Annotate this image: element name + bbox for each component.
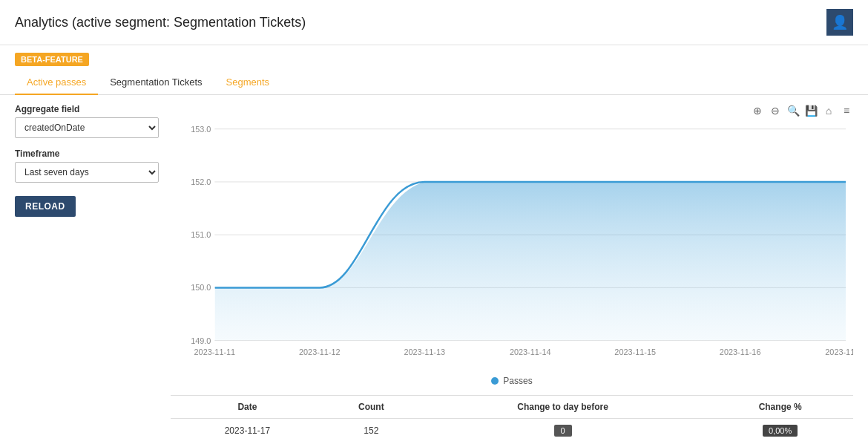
svg-text:2023-11-11: 2023-11-11 [194,348,236,356]
col-count: Count [324,396,418,419]
tab-segments[interactable]: Segments [214,71,282,95]
data-table: Date Count Change to day before Change %… [171,395,853,443]
cell-date: 2023-11-17 [171,419,324,443]
col-change: Change to day before [418,396,707,419]
legend-dot-passes [491,377,499,385]
avatar-button[interactable]: 👤 [826,9,853,36]
svg-text:2023-11-13: 2023-11-13 [404,348,445,356]
svg-text:2023-11-12: 2023-11-12 [299,348,341,356]
chart-toolbar: ⊕ ⊖ 🔍 💾 ⌂ ≡ [171,104,853,117]
zoom-out-icon[interactable]: ⊖ [769,104,782,117]
page-title: Analytics (active segment: Segmentation … [15,15,306,30]
tab-bar: Active passes Segmentation Tickets Segme… [0,71,868,95]
home-icon[interactable]: ⌂ [822,104,835,117]
svg-text:2023-11-17: 2023-11-17 [825,348,853,356]
tab-segmentation-tickets[interactable]: Segmentation Tickets [98,71,214,95]
svg-text:152.0: 152.0 [191,177,211,186]
search-icon[interactable]: 🔍 [786,104,800,117]
chart-container: 153.0 152.0 151.0 150.0 149.0 2023-11-11… [171,120,853,373]
svg-text:150.0: 150.0 [191,283,211,292]
cell-count: 152 [324,419,418,443]
col-change-pct: Change % [707,396,853,419]
svg-text:153.0: 153.0 [191,125,211,134]
sidebar: Aggregate field createdOnDate updatedOnD… [15,104,171,443]
reload-button[interactable]: RELOAD [15,196,76,217]
svg-text:151.0: 151.0 [191,230,211,239]
change-badge: 0 [554,425,572,437]
timeframe-label: Timeframe [15,149,159,159]
svg-text:2023-11-16: 2023-11-16 [720,348,761,356]
beta-badge: BETA-FEATURE [15,53,89,66]
table-row: 2023-11-17 152 0 0,00% [171,419,853,443]
timeframe-select[interactable]: Last seven days Last 30 days Last 90 day… [15,162,159,183]
change-pct-badge: 0,00% [763,425,798,437]
main-content: Aggregate field createdOnDate updatedOnD… [0,95,868,443]
tab-active-passes[interactable]: Active passes [15,71,98,95]
svg-text:149.0: 149.0 [191,336,211,345]
chart-legend: Passes [171,376,853,386]
download-icon[interactable]: 💾 [804,104,818,117]
menu-icon[interactable]: ≡ [840,104,853,117]
chart-svg: 153.0 152.0 151.0 150.0 149.0 2023-11-11… [171,120,853,373]
zoom-in-icon[interactable]: ⊕ [751,104,764,117]
legend-label-passes: Passes [503,376,532,386]
svg-text:2023-11-15: 2023-11-15 [614,348,656,356]
aggregate-field-label: Aggregate field [15,104,159,114]
cell-change: 0 [418,419,707,443]
col-date: Date [171,396,324,419]
aggregate-select[interactable]: createdOnDate updatedOnDate [15,117,159,138]
cell-change-pct: 0,00% [707,419,853,443]
svg-text:2023-11-14: 2023-11-14 [510,348,551,356]
header: Analytics (active segment: Segmentation … [0,0,868,45]
user-icon: 👤 [832,14,848,30]
chart-area: ⊕ ⊖ 🔍 💾 ⌂ ≡ [171,104,853,443]
